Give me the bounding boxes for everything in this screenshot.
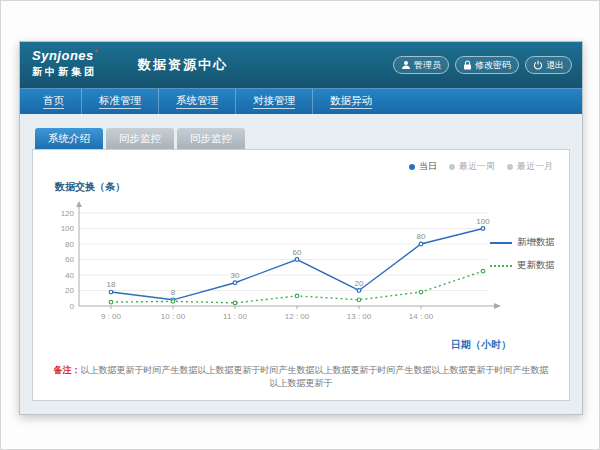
svg-text:120: 120 (61, 209, 75, 218)
screenshot-stage: Synjones 新中新集团 数据资源中心 管理员 修改密码 退出 (0, 0, 600, 450)
main-nav: 首页 标准管理 系统管理 对接管理 数据异动 (20, 88, 582, 114)
nav-underline (330, 108, 372, 109)
logo-red-dot (95, 49, 98, 52)
svg-text:13 : 00: 13 : 00 (347, 312, 372, 321)
nav-item-standard-mgmt[interactable]: 标准管理 (81, 89, 158, 114)
change-password-label: 修改密码 (475, 59, 511, 72)
header-actions: 管理员 修改密码 退出 (393, 56, 572, 74)
line-chart: 0204060801001209 : 0010 : 0011 : 0012 : … (47, 198, 502, 328)
app-window: Synjones 新中新集团 数据资源中心 管理员 修改密码 退出 (19, 41, 583, 415)
legend-dot (507, 164, 513, 170)
admin-user-button[interactable]: 管理员 (393, 56, 449, 74)
svg-text:11 : 00: 11 : 00 (223, 312, 247, 321)
svg-text:100: 100 (61, 224, 75, 233)
svg-text:100: 100 (476, 217, 490, 226)
svg-text:20: 20 (355, 279, 364, 288)
svg-text:8: 8 (171, 288, 176, 297)
svg-text:18: 18 (107, 280, 116, 289)
nav-underline (43, 108, 64, 109)
nav-item-system-mgmt[interactable]: 系统管理 (158, 89, 235, 114)
svg-text:80: 80 (417, 232, 426, 241)
nav-underline (176, 108, 218, 109)
nav-underline (253, 108, 295, 109)
remark-label: 备注： (54, 365, 81, 375)
legend-last-month[interactable]: 最近一月 (507, 160, 553, 173)
tab-bar: 系统介绍 同步监控 同步监控 (32, 128, 570, 149)
legend-dot (409, 164, 415, 170)
remark-text: 以上数据更新于时间产生数据以上数据更新于时间产生数据以上数据更新于时间产生数据以… (81, 365, 549, 388)
series-legend: 新增数据 更新数据 (490, 236, 555, 272)
logout-label: 退出 (546, 59, 564, 72)
app-header: Synjones 新中新集团 数据资源中心 管理员 修改密码 退出 (20, 42, 582, 88)
svg-text:14 : 00: 14 : 00 (409, 312, 434, 321)
svg-text:12 : 00: 12 : 00 (285, 312, 310, 321)
x-axis-title: 日期（小时） (451, 338, 511, 352)
nav-item-connect-mgmt[interactable]: 对接管理 (235, 89, 312, 114)
lock-icon (463, 60, 472, 70)
y-axis-title: 数据交换（条） (55, 180, 125, 194)
svg-text:60: 60 (65, 255, 74, 264)
chart-area: 0204060801001209 : 0010 : 0011 : 0012 : … (47, 198, 502, 332)
svg-text:60: 60 (293, 248, 302, 257)
legend-last-week[interactable]: 最近一周 (449, 160, 495, 173)
page-title: 数据资源中心 (138, 42, 228, 88)
dotted-line-sample (490, 265, 512, 267)
nav-underline (99, 108, 141, 109)
nav-item-home[interactable]: 首页 (26, 89, 81, 114)
logo-text-cn: 新中新集团 (32, 65, 98, 79)
admin-user-label: 管理员 (414, 59, 441, 72)
svg-text:40: 40 (65, 271, 74, 280)
content-area: 系统介绍 同步监控 同步监控 当日 最近一周 最近一月 数据交换（条） 0204… (20, 114, 582, 401)
solid-line-sample (490, 242, 512, 244)
svg-text:0: 0 (70, 302, 75, 311)
tab-sync-monitor-2[interactable]: 同步监控 (177, 128, 245, 149)
svg-text:30: 30 (231, 271, 240, 280)
series-legend-new-data[interactable]: 新增数据 (490, 236, 555, 249)
tab-sync-monitor-1[interactable]: 同步监控 (106, 128, 174, 149)
remark-note: 备注：以上数据更新于时间产生数据以上数据更新于时间产生数据以上数据更新于时间产生… (33, 364, 569, 390)
legend-today[interactable]: 当日 (409, 160, 437, 173)
change-password-button[interactable]: 修改密码 (455, 56, 519, 74)
user-icon (401, 60, 411, 70)
legend-dot (449, 164, 455, 170)
series-legend-updated-data[interactable]: 更新数据 (490, 259, 555, 272)
logout-button[interactable]: 退出 (525, 56, 572, 74)
tab-system-intro[interactable]: 系统介绍 (35, 128, 103, 149)
nav-item-data-change[interactable]: 数据异动 (312, 89, 389, 114)
logo: Synjones 新中新集团 (32, 49, 98, 79)
logout-icon (533, 60, 543, 70)
range-legend: 当日 最近一周 最近一月 (409, 160, 553, 173)
chart-panel: 当日 最近一周 最近一月 数据交换（条） 0204060801001209 : … (32, 149, 570, 401)
svg-text:20: 20 (65, 286, 74, 295)
logo-text-en: Synjones (32, 48, 94, 63)
svg-text:9 : 00: 9 : 00 (101, 312, 122, 321)
svg-text:10 : 00: 10 : 00 (161, 312, 186, 321)
svg-text:80: 80 (65, 240, 74, 249)
